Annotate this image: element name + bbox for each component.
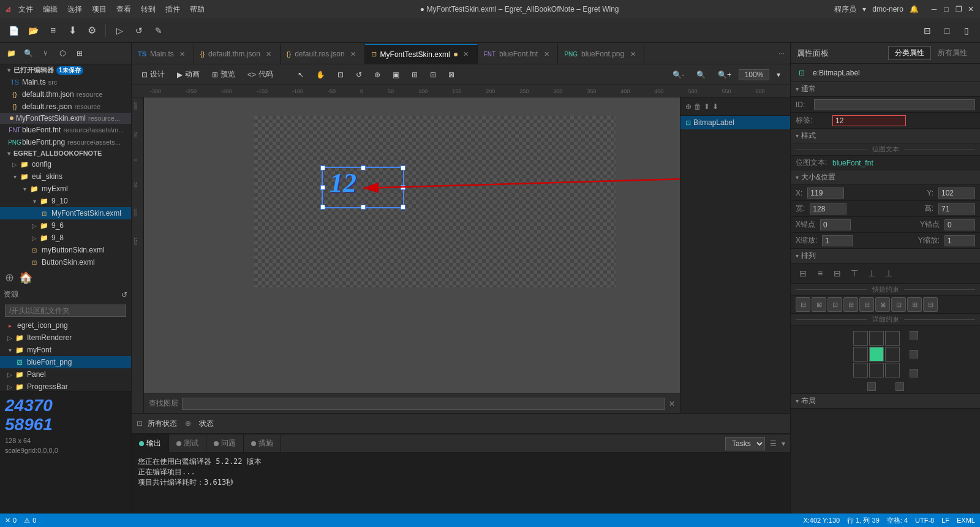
menu-goto[interactable]: 转到 bbox=[141, 4, 156, 15]
menu-view[interactable]: 查看 bbox=[116, 4, 131, 15]
file-item-res[interactable]: {} default.res.json resource bbox=[0, 100, 131, 113]
design-tab-code[interactable]: <> 代码 bbox=[243, 67, 278, 82]
open-file-button[interactable]: 📂 bbox=[24, 22, 42, 39]
align-center-v-button[interactable]: ⊥ bbox=[864, 266, 879, 281]
constraint-cell-br[interactable] bbox=[885, 363, 900, 377]
folder-eui-skins[interactable]: ▾ 📁 eui_skins bbox=[0, 170, 131, 183]
sidebar-debug-btn[interactable]: ⬡ bbox=[55, 46, 70, 61]
project-header[interactable]: ▾ EGRET_ALLBOOKOFNOTE bbox=[0, 148, 131, 158]
file-item-png[interactable]: PNG blueFont.png resource\assets... bbox=[0, 136, 131, 148]
constraint-check-mid[interactable] bbox=[910, 350, 918, 358]
dropdown-arrow[interactable]: ▾ bbox=[862, 5, 866, 13]
file-mode[interactable]: EXML bbox=[957, 517, 975, 524]
tab-fnt[interactable]: FNT blueFont.fnt ✕ bbox=[478, 44, 559, 64]
right-panel-tab-all[interactable]: 所有属性 bbox=[931, 46, 974, 60]
tool-align[interactable]: ⊠ bbox=[443, 67, 459, 82]
shortcut-btn-3[interactable]: ⊡ bbox=[827, 297, 842, 312]
file-btn-skin[interactable]: ⊡ ButtonSkin.exml bbox=[0, 256, 131, 268]
sidebar-git-btn[interactable]: ⑂ bbox=[38, 46, 53, 61]
file-item-main-ts[interactable]: TS Main.ts src bbox=[0, 76, 131, 88]
menu-project[interactable]: 项目 bbox=[92, 4, 107, 15]
tool-snap[interactable]: ⊟ bbox=[425, 67, 441, 82]
new-file-button[interactable]: 📄 bbox=[5, 22, 22, 39]
folder-panel[interactable]: ▷ 📁 Panel bbox=[0, 368, 131, 381]
open-editors-header[interactable]: ▾ 已打开编辑器 1未保存 bbox=[0, 64, 131, 76]
tool-grid[interactable]: ⊞ bbox=[407, 67, 423, 82]
build-button[interactable]: ⚙ bbox=[83, 22, 100, 39]
output-tab-output[interactable]: 输出 bbox=[132, 434, 169, 453]
design-tab-design[interactable]: ⊡ 设计 bbox=[137, 67, 170, 82]
constraint-check-top[interactable] bbox=[910, 331, 918, 339]
tool-select[interactable]: ↖ bbox=[293, 67, 309, 82]
yanchor-input[interactable]: 0 bbox=[944, 219, 975, 230]
tab-png[interactable]: PNG blueFont.png ✕ bbox=[558, 44, 644, 64]
shortcut-btn-6[interactable]: ⊠ bbox=[875, 297, 890, 312]
task-select[interactable]: Tasks bbox=[725, 437, 765, 450]
folder-9-8[interactable]: ▷ 📁 9_8 bbox=[0, 232, 131, 244]
menu-select[interactable]: 选择 bbox=[67, 4, 82, 15]
y-input[interactable]: 102 bbox=[938, 188, 975, 199]
encoding[interactable]: UTF-8 bbox=[915, 517, 934, 524]
xscale-input[interactable]: 1 bbox=[822, 235, 853, 246]
tab-fnt-close[interactable]: ✕ bbox=[541, 49, 551, 59]
tab-more-button[interactable]: ··· bbox=[773, 43, 790, 64]
add-folder-button[interactable]: ⊕ bbox=[5, 271, 14, 284]
shortcut-btn-7[interactable]: ⊡ bbox=[891, 297, 906, 312]
tab-exml[interactable]: ⊡ MyFontTestSkin.exml ✕ bbox=[365, 44, 478, 64]
constraint-cell-center[interactable] bbox=[869, 347, 884, 362]
layer-add-button[interactable]: ⊕ bbox=[685, 102, 692, 111]
menu-file[interactable]: 文件 bbox=[18, 4, 33, 15]
shortcut-btn-1[interactable]: ⊟ bbox=[796, 297, 810, 312]
file-myfont-test-skin[interactable]: ⊡ MyFontTestSkin.exml bbox=[0, 207, 131, 219]
tab-thm-close[interactable]: ✕ bbox=[264, 49, 274, 59]
folder-9-10[interactable]: ▾ 📁 9_10 bbox=[0, 195, 131, 207]
shortcut-btn-2[interactable]: ⊠ bbox=[812, 297, 826, 312]
close-button[interactable]: ✕ bbox=[967, 5, 975, 13]
align-top-button[interactable]: ⊤ bbox=[847, 266, 862, 281]
folder-progressbar[interactable]: ▷ 📁 ProgressBar bbox=[0, 381, 131, 391]
sidebar-explorer-btn[interactable]: 📁 bbox=[4, 46, 18, 61]
sidebar-extensions-btn[interactable]: ⊞ bbox=[72, 46, 87, 61]
delete-folder-button[interactable]: 🏠 bbox=[19, 271, 32, 284]
section-arrange-header[interactable]: ▾ 排列 bbox=[791, 249, 980, 264]
file-mybtn-skin[interactable]: ⊡ myButtonSkin.exml bbox=[0, 244, 131, 256]
constraint-cell-mr[interactable] bbox=[885, 347, 900, 362]
layer-item-bitmap[interactable]: ⊡ BitmapLabel bbox=[680, 116, 790, 129]
constraint-cell-tr[interactable] bbox=[885, 331, 900, 346]
file-item-fnt[interactable]: FNT blueFont.fnt resource\assets\m... bbox=[0, 124, 131, 136]
shortcut-btn-8[interactable]: ⊞ bbox=[907, 297, 922, 312]
shortcut-btn-5[interactable]: ⊟ bbox=[859, 297, 874, 312]
layout-split-button[interactable]: ⊟ bbox=[919, 22, 936, 39]
minimize-button[interactable]: ─ bbox=[930, 5, 938, 13]
file-bluefont-png[interactable]: 🖼 blueFont_png bbox=[0, 356, 131, 368]
tab-exml-close[interactable]: ✕ bbox=[461, 50, 471, 59]
resource-refresh-button[interactable]: ↺ bbox=[121, 290, 127, 299]
error-count[interactable]: ✕ 0 bbox=[5, 517, 17, 525]
tab-main-ts-close[interactable]: ✕ bbox=[178, 49, 187, 59]
run-button[interactable]: ▷ bbox=[111, 22, 128, 39]
layout-side-button[interactable]: ▯ bbox=[958, 22, 975, 39]
constraint-cell-bm[interactable] bbox=[869, 363, 884, 377]
align-center-h-button[interactable]: ≡ bbox=[813, 266, 827, 281]
section-layout-header[interactable]: ▾ 布局 bbox=[791, 394, 980, 409]
find-layer-input[interactable] bbox=[182, 398, 665, 410]
output-tab-action[interactable]: 措施 bbox=[244, 434, 281, 453]
id-input[interactable] bbox=[814, 99, 975, 110]
shortcut-btn-4[interactable]: ⊞ bbox=[843, 297, 858, 312]
notification-icon[interactable]: 🔔 bbox=[910, 5, 919, 13]
menu-edit[interactable]: 编辑 bbox=[43, 4, 58, 15]
yscale-input[interactable]: 1 bbox=[944, 235, 975, 246]
shortcut-btn-9[interactable]: ⊟ bbox=[923, 297, 938, 312]
tab-thm[interactable]: {} default.thm.json ✕ bbox=[194, 44, 281, 64]
tab-res[interactable]: {} default.res.json ✕ bbox=[281, 44, 365, 64]
layer-delete-button[interactable]: 🗑 bbox=[694, 102, 701, 111]
zoom-input[interactable] bbox=[739, 69, 769, 80]
resource-egret-icon[interactable]: ▸ egret_icon_png bbox=[0, 319, 131, 332]
tool-group[interactable]: ▣ bbox=[388, 67, 404, 82]
output-sort-button[interactable]: ☰ bbox=[770, 439, 777, 448]
maximize-button[interactable]: □ bbox=[942, 5, 951, 13]
menu-plugin[interactable]: 插件 bbox=[165, 4, 180, 15]
save-button[interactable]: ⬇ bbox=[64, 22, 81, 39]
sidebar-search-btn[interactable]: 🔍 bbox=[21, 46, 36, 61]
debug-button[interactable]: ✎ bbox=[150, 22, 167, 39]
